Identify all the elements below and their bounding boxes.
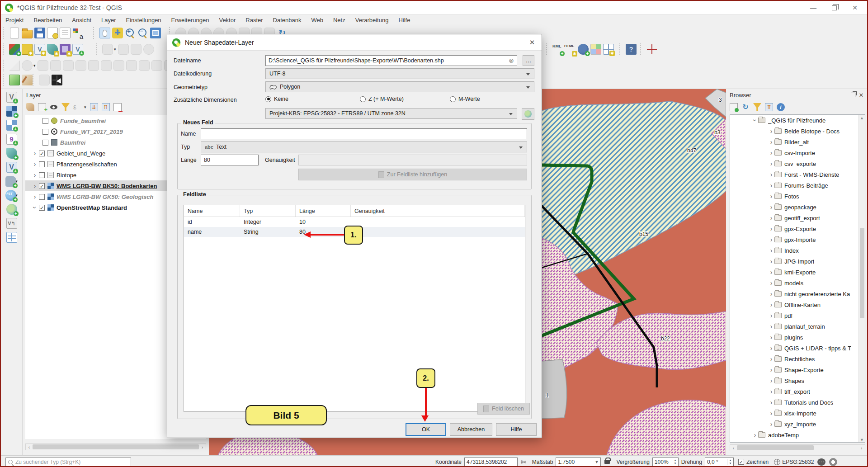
expand-all-icon[interactable] <box>90 103 98 111</box>
browser-folder[interactable]: ›Shapes <box>730 375 865 386</box>
add-ring-icon[interactable] <box>88 60 99 71</box>
chevron-right-icon[interactable]: › <box>768 182 774 189</box>
simplify-feature-icon[interactable] <box>75 60 86 71</box>
browser-folder[interactable]: ›adobeTemp <box>730 429 865 440</box>
menu-vektor[interactable]: Vektor <box>219 17 236 24</box>
browser-folder[interactable]: ›csv-Importe <box>730 147 865 158</box>
menu-web[interactable]: Web <box>311 17 323 24</box>
chevron-down-icon[interactable]: › <box>31 204 38 211</box>
layer-checkbox[interactable] <box>39 161 45 167</box>
new-shapefile-layer-icon[interactable] <box>34 44 45 55</box>
chevron-right-icon[interactable]: › <box>768 410 774 417</box>
browser-folder[interactable]: ›Shape-Exporte <box>730 364 865 375</box>
browser-folder[interactable]: ›csv_exporte <box>730 158 865 169</box>
add-wms-icon[interactable] <box>6 204 17 215</box>
chevron-right-icon[interactable]: › <box>768 312 774 319</box>
chevron-right-icon[interactable]: › <box>768 388 774 395</box>
new-geopackage-layer-icon[interactable] <box>22 44 33 55</box>
menu-hilfe[interactable]: Hilfe <box>398 17 410 24</box>
layer-checkbox[interactable] <box>39 194 45 200</box>
browser-folder-shortcut[interactable]: ›QGIS + LIDAR - tipps & T <box>730 343 865 354</box>
style-manager-icon[interactable] <box>72 28 83 38</box>
zoom-out-icon[interactable] <box>137 28 148 38</box>
chevron-right-icon[interactable]: › <box>768 399 774 406</box>
ok-button[interactable]: OK <box>406 423 446 436</box>
layer-checkbox[interactable] <box>42 140 48 146</box>
laenge-input[interactable]: 80 <box>201 155 259 165</box>
advanced-digitize-caret-icon[interactable]: ▾ <box>33 63 36 68</box>
close-button[interactable]: ✕ <box>844 1 865 14</box>
add-wfs-icon[interactable] <box>5 190 16 201</box>
filter-expression-caret-icon[interactable]: ▾ <box>84 105 86 109</box>
browser-folder[interactable]: ›kml-Exporte <box>730 267 865 278</box>
new-memory-layer-icon[interactable] <box>60 44 71 55</box>
toggle-editing-icon[interactable] <box>118 44 129 55</box>
browser-folder[interactable]: ›_QGIS für Pilzfreunde <box>730 115 865 126</box>
radio-icon[interactable] <box>450 96 456 102</box>
radio-selected-icon[interactable] <box>265 96 271 102</box>
messages-icon[interactable] <box>817 458 826 466</box>
chevron-right-icon[interactable]: › <box>768 225 774 232</box>
layers-horizontal-scrollbar[interactable]: ‹› <box>25 443 206 450</box>
chevron-right-icon[interactable]: › <box>768 279 774 287</box>
browser-horizontal-scrollbar[interactable]: ‹› <box>730 444 865 451</box>
chevron-right-icon[interactable]: › <box>32 182 38 189</box>
remove-layer-icon[interactable] <box>113 103 122 111</box>
chevron-right-icon[interactable]: › <box>768 214 774 222</box>
dateiname-field[interactable]: D:\Science\_QGIS für Pilzfreunde\Shape-E… <box>265 55 517 66</box>
browser-folder[interactable]: ›Bilder_alt <box>730 137 865 147</box>
filter-browser-icon[interactable] <box>753 103 761 111</box>
kml-export-icon[interactable] <box>552 44 563 55</box>
close-panel-icon[interactable]: ✕ <box>857 91 865 99</box>
add-mesh-layer-icon[interactable] <box>6 120 17 131</box>
save-edits-icon[interactable] <box>131 44 142 55</box>
browser-folder[interactable]: ›models <box>730 278 865 288</box>
chevron-right-icon[interactable]: › <box>768 149 774 156</box>
html-export-icon[interactable] <box>565 44 576 55</box>
menu-verarbeitung[interactable]: Verarbeitung <box>355 17 389 24</box>
show-layout-manager-icon[interactable] <box>60 28 71 38</box>
add-delimited-text-icon[interactable] <box>6 134 17 145</box>
browser-folder[interactable]: ›Offline-Karten <box>730 299 865 310</box>
magnifier-stepper[interactable]: 100%▲▼ <box>652 458 679 467</box>
new-vector-layer-icon[interactable] <box>6 92 17 103</box>
clear-field-icon[interactable]: ⊗ <box>509 57 514 64</box>
browser-folder[interactable]: ›xyz_importe <box>730 419 865 429</box>
browser-vertical-scrollbar[interactable]: ▲ ▼ <box>859 115 865 443</box>
chevron-right-icon[interactable]: › <box>768 138 774 146</box>
browser-folder[interactable]: ›plugins <box>730 332 865 343</box>
massstab-combo[interactable]: 1:7500▼ <box>556 458 601 467</box>
new-print-layout-icon[interactable] <box>47 28 58 38</box>
digitize-point-icon[interactable] <box>143 44 154 55</box>
radio-keine[interactable]: Keine <box>265 94 288 104</box>
layer-checkbox[interactable]: ✓ <box>39 151 45 156</box>
add-spatialite-icon[interactable] <box>6 148 17 159</box>
filter-expression-icon[interactable] <box>73 103 81 111</box>
add-part-icon[interactable] <box>101 60 112 71</box>
cancel-button[interactable]: Abbrechen <box>450 423 492 436</box>
browser-folder[interactable]: ›gpx-Importe <box>730 234 865 245</box>
layer-checkbox[interactable] <box>39 172 45 178</box>
qgis-status-icon[interactable] <box>829 458 837 466</box>
chevron-right-icon[interactable]: › <box>752 431 758 439</box>
chevron-right-icon[interactable]: › <box>32 193 38 200</box>
chevron-right-icon[interactable]: › <box>32 160 38 168</box>
help-contents-icon[interactable] <box>626 44 637 55</box>
search-input[interactable]: Zu suchender Typ (Strg+K) <box>5 458 131 467</box>
browser-folder[interactable]: ›geotiff_export <box>730 212 865 223</box>
properties-icon[interactable] <box>777 103 785 111</box>
help-button[interactable]: Hilfe <box>496 423 537 436</box>
chevron-right-icon[interactable]: › <box>768 344 774 352</box>
browser-folder[interactable]: ›Rechtliches <box>730 354 865 364</box>
chevron-right-icon[interactable]: › <box>32 150 38 157</box>
measure-icon[interactable] <box>9 60 20 71</box>
reshape-icon[interactable] <box>151 60 162 71</box>
typ-combo[interactable]: abc Text <box>201 142 527 152</box>
extents-toggle-icon[interactable]: ✄ <box>521 458 526 466</box>
dateikodierung-combo[interactable]: UTF-8 <box>265 68 534 79</box>
menu-bearbeiten[interactable]: Bearbeiten <box>33 17 62 24</box>
chevron-right-icon[interactable]: › <box>768 269 774 276</box>
geometrietyp-combo[interactable]: Polygon <box>265 81 534 92</box>
chevron-right-icon[interactable]: › <box>768 323 774 330</box>
grid-star-icon[interactable] <box>603 44 614 55</box>
